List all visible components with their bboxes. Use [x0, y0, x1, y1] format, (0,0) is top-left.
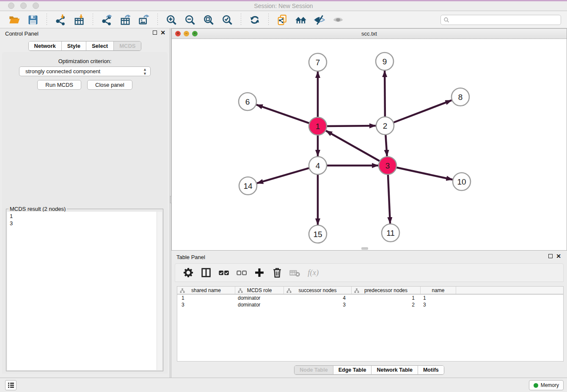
edge-1-6[interactable] — [256, 105, 309, 123]
delete-column-icon[interactable] — [271, 266, 284, 279]
mcds-result-text[interactable]: 13 — [7, 212, 157, 370]
graph-node-14[interactable]: 14 — [239, 177, 257, 195]
memory-status-icon — [534, 383, 538, 388]
select-all-columns-icon[interactable] — [217, 266, 230, 279]
graph-node-9[interactable]: 9 — [376, 52, 394, 70]
tab-motifs[interactable]: Motifs — [418, 366, 444, 374]
import-table-icon[interactable] — [73, 14, 85, 26]
export-image-icon[interactable] — [138, 14, 150, 26]
cell-predecessor-nodes[interactable]: 1 — [352, 295, 421, 301]
graph-node-3[interactable]: 3 — [379, 157, 396, 174]
node-label: 2 — [383, 121, 388, 130]
graph-node-6[interactable]: 6 — [239, 93, 256, 110]
task-history-button[interactable] — [5, 380, 17, 390]
mcds-result-scrollbar[interactable] — [157, 212, 162, 370]
table-panel: Table Panel ✕ f(x) shared nameMCDS roles… — [171, 252, 567, 376]
edge-1-2[interactable] — [327, 126, 376, 126]
close-panel-button[interactable]: Close panel — [87, 80, 132, 90]
canvas-scroll-grip[interactable] — [361, 247, 368, 250]
edge-2-8[interactable] — [394, 100, 452, 123]
cell-name[interactable]: 3 — [421, 301, 456, 308]
graph-node-2[interactable]: 2 — [376, 117, 394, 135]
toolbar-separator — [241, 14, 241, 26]
window-title: Session: New Session — [0, 3, 567, 9]
home-icon[interactable] — [295, 14, 307, 26]
show-graphics-details-disabled-icon — [332, 14, 344, 26]
graph-node-4[interactable]: 4 — [309, 157, 327, 174]
cell-successor-nodes[interactable]: 4 — [284, 295, 352, 301]
criterion-dropdown[interactable]: strongly connected component ▲▼ — [19, 66, 151, 76]
edge-3-11[interactable] — [388, 174, 390, 224]
titlebar-accent — [0, 0, 567, 1]
cell-name[interactable]: 1 — [421, 295, 456, 301]
tab-network[interactable]: Network — [29, 41, 62, 50]
node-label: 7 — [316, 58, 320, 67]
tab-mcds[interactable]: MCDS — [114, 41, 141, 50]
toolbar-separator — [268, 14, 269, 26]
refresh-icon[interactable] — [248, 14, 261, 26]
cell-MCDS-role[interactable]: dominator — [235, 295, 284, 301]
svg-text:f(x): f(x) — [308, 268, 319, 277]
run-mcds-button[interactable]: Run MCDS — [37, 80, 81, 90]
settings-icon[interactable] — [182, 266, 195, 279]
node-label: 9 — [383, 57, 387, 66]
clone-network-icon[interactable] — [276, 14, 289, 26]
tab-style[interactable]: Style — [62, 41, 86, 50]
add-column-icon[interactable] — [253, 266, 266, 279]
import-network-icon[interactable] — [54, 14, 67, 26]
edge-2-3[interactable] — [385, 135, 387, 156]
float-panel-icon[interactable] — [153, 30, 157, 35]
cell-shared-name[interactable]: 3 — [177, 301, 235, 308]
column-header-MCDS-role[interactable]: MCDS role — [235, 287, 284, 294]
zoom-out-icon[interactable] — [184, 14, 196, 26]
deselect-all-columns-icon[interactable] — [235, 266, 248, 279]
tab-select[interactable]: Select — [86, 41, 114, 50]
table-row[interactable]: 1dominator411 — [177, 295, 563, 301]
cell-successor-nodes[interactable]: 3 — [284, 301, 352, 308]
cell-MCDS-role[interactable]: dominator — [235, 301, 284, 308]
open-session-icon[interactable] — [8, 14, 21, 26]
tab-edge-table[interactable]: Edge Table — [333, 366, 372, 374]
search-icon — [443, 17, 449, 23]
column-header-shared-name[interactable]: shared name — [177, 287, 235, 294]
node-label: 1 — [316, 122, 320, 131]
tab-node-table[interactable]: Node Table — [295, 366, 333, 374]
search-input[interactable] — [440, 15, 561, 25]
tab-network-table[interactable]: Network Table — [372, 366, 418, 374]
cell-shared-name[interactable]: 1 — [177, 295, 235, 301]
control-panel-tabs: NetworkStyleSelectMCDS — [28, 41, 142, 51]
zoom-selected-icon[interactable] — [221, 14, 234, 26]
export-network-icon[interactable] — [100, 14, 113, 26]
network-canvas[interactable]: 7968124314101511 — [172, 39, 567, 250]
edge-2-9[interactable] — [385, 71, 385, 117]
column-header-predecessor-nodes[interactable]: predecessor nodes — [352, 287, 421, 294]
memory-button[interactable]: Memory — [529, 380, 564, 390]
graph-node-11[interactable]: 11 — [382, 224, 399, 242]
save-session-icon[interactable] — [27, 14, 39, 26]
edge-3-10[interactable] — [396, 168, 453, 180]
export-table-icon[interactable] — [119, 14, 132, 26]
table-row[interactable]: 3dominator323 — [177, 301, 563, 308]
chevron-updown-icon: ▲▼ — [143, 67, 147, 76]
graph-node-15[interactable]: 15 — [309, 225, 327, 243]
graph-node-10[interactable]: 10 — [453, 173, 471, 190]
table-toolbar: f(x) — [175, 263, 564, 282]
zoom-in-icon[interactable] — [165, 14, 178, 26]
graph-node-1[interactable]: 1 — [309, 117, 327, 135]
mcds-result-title: MCDS result (2 nodes) — [8, 206, 67, 212]
column-header-successor-nodes[interactable]: successor nodes — [284, 287, 352, 294]
close-table-panel-icon[interactable]: ✕ — [556, 254, 561, 258]
main-toolbar — [0, 11, 567, 28]
node-label: 3 — [385, 161, 390, 170]
close-panel-icon[interactable]: ✕ — [160, 30, 165, 35]
split-columns-icon[interactable] — [200, 266, 212, 279]
graph-node-7[interactable]: 7 — [309, 53, 327, 71]
cell-predecessor-nodes[interactable]: 2 — [352, 301, 421, 308]
hide-graphics-details-icon[interactable] — [313, 14, 326, 26]
edge-3-1[interactable] — [326, 131, 380, 161]
edge-4-14[interactable] — [257, 168, 309, 183]
float-table-panel-icon[interactable] — [548, 254, 553, 258]
column-header-name[interactable]: name — [421, 287, 456, 294]
graph-node-8[interactable]: 8 — [451, 88, 469, 106]
zoom-fit-icon[interactable] — [202, 14, 215, 26]
